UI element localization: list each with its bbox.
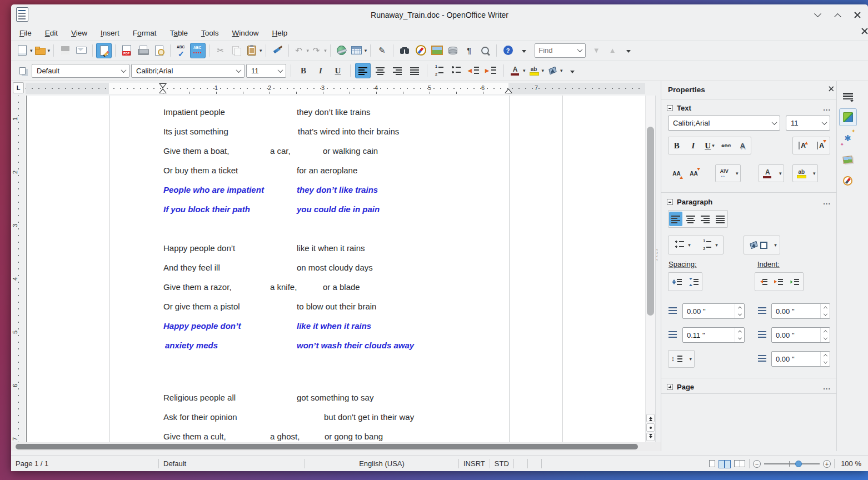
strikethrough-button[interactable]: ABC — [720, 138, 733, 153]
dropdown-arrow-icon[interactable]: ▾ — [48, 48, 51, 53]
zoom-slider-thumb[interactable] — [795, 461, 802, 467]
font-name-select[interactable]: Calibri;Arial — [131, 64, 245, 78]
decrease-indent-button[interactable] — [466, 63, 482, 78]
edit-mode-button[interactable] — [96, 43, 112, 58]
decrease-paragraph-spacing-button[interactable] — [687, 274, 700, 289]
increase-font-size-button[interactable]: A — [796, 138, 809, 153]
sidebar-tab-styles[interactable]: ✱ — [839, 129, 857, 147]
copy-button[interactable] — [229, 43, 245, 58]
zoom-out-button[interactable]: − — [753, 460, 761, 468]
increase-paragraph-spacing-button[interactable] — [670, 274, 684, 289]
sidebar-highlighting-button[interactable] — [795, 166, 808, 181]
dropdown-arrow-icon[interactable]: ▾ — [365, 48, 367, 53]
sidebar-numbered-list-button[interactable]: ▾ — [701, 238, 718, 252]
vertical-scrollbar[interactable] — [645, 96, 655, 442]
line-spacing-button[interactable] — [671, 352, 684, 366]
menu-tools[interactable]: Tools — [201, 29, 219, 37]
page-more-options[interactable]: ... — [823, 383, 831, 391]
data-sources-button[interactable] — [445, 43, 461, 58]
sidebar-tab-sidebar-menu[interactable] — [839, 87, 857, 105]
increase-indent-button[interactable] — [483, 63, 499, 78]
next-page-button[interactable] — [646, 433, 655, 441]
spin-down-button[interactable] — [821, 359, 830, 366]
menu-view[interactable]: View — [71, 29, 87, 37]
above-paragraph-spacing-input[interactable]: 0.00 " — [682, 303, 745, 319]
dropdown-arrow-icon[interactable]: ▾ — [307, 48, 310, 53]
align-center-button[interactable] — [372, 63, 388, 78]
zoom-in-button[interactable]: + — [823, 460, 831, 468]
draw-functions-button[interactable]: ✎ — [374, 43, 390, 58]
menu-format[interactable]: Format — [133, 29, 157, 37]
redo-button[interactable]: ↷▾ — [310, 43, 327, 58]
sidebar-align-center-button[interactable] — [684, 212, 697, 226]
undo-button[interactable]: ↶▾ — [292, 43, 310, 58]
dropdown-arrow-icon[interactable]: ▾ — [324, 48, 327, 53]
spin-down-button[interactable] — [735, 311, 744, 318]
hyperlink-button[interactable] — [334, 43, 350, 58]
styles-panel-button[interactable] — [14, 63, 30, 78]
zoom-slider[interactable] — [764, 463, 820, 464]
formatting-marks-button[interactable]: ¶ — [461, 43, 477, 58]
find-next-button[interactable]: ▼ — [588, 43, 604, 58]
sidebar-align-right-button[interactable] — [699, 212, 712, 226]
bullet-list-button[interactable] — [449, 63, 465, 78]
zoom-button[interactable] — [477, 43, 493, 58]
export-pdf-button[interactable] — [119, 43, 134, 58]
spin-up-button[interactable] — [735, 328, 744, 335]
underline-button[interactable]: U — [330, 63, 346, 78]
print-button[interactable] — [135, 43, 151, 58]
spin-down-button[interactable] — [735, 335, 744, 342]
find-replace-button[interactable] — [397, 43, 412, 58]
menu-file[interactable]: File — [19, 29, 32, 37]
document-modified-field[interactable] — [514, 456, 527, 471]
highlighting-button[interactable]: ▾ — [527, 63, 545, 78]
horizontal-scrollbar[interactable] — [11, 442, 661, 451]
book-view-icon[interactable] — [734, 460, 745, 467]
titlebar[interactable]: Runaway_Train.doc - OpenOffice Writer — [11, 4, 868, 26]
menu-edit[interactable]: Edit — [45, 29, 58, 37]
dropdown-arrow-icon[interactable]: ▾ — [30, 48, 33, 53]
numbered-list-button[interactable] — [432, 63, 447, 78]
sidebar-bold-button[interactable]: B — [670, 138, 684, 153]
vertical-scrollbar-thumb[interactable] — [647, 127, 654, 316]
auto-spellcheck-button[interactable] — [190, 43, 206, 58]
document-viewport[interactable]: Impatient peoplethey don’t like trainsIt… — [26, 96, 645, 442]
insert-mode-field[interactable]: INSRT — [459, 456, 490, 471]
page-number-field[interactable]: Page 1 / 1 — [11, 456, 158, 471]
align-left-button[interactable] — [355, 63, 371, 78]
menu-insert[interactable]: Insert — [101, 29, 119, 37]
sidebar-tab-gallery[interactable] — [839, 151, 857, 168]
text-more-options[interactable]: ... — [823, 104, 831, 112]
sidebar-bullet-list-button[interactable]: ▾ — [674, 238, 691, 252]
multi-page-view-icon[interactable] — [719, 460, 731, 467]
sidebar-align-justify-button[interactable] — [714, 212, 727, 226]
decrease-font-size-button[interactable]: A — [814, 138, 827, 153]
spin-down-button[interactable] — [821, 335, 830, 342]
collapse-icon[interactable] — [667, 199, 673, 205]
sidebar-italic-button[interactable]: I — [686, 138, 700, 153]
align-justify-button[interactable] — [407, 63, 422, 78]
toolbar-overflow-button[interactable] — [621, 43, 636, 58]
character-spacing-button[interactable]: A\V — [717, 166, 731, 181]
paragraph-more-options[interactable]: ... — [823, 198, 831, 206]
dropdown-arrow-icon[interactable]: ▾ — [560, 68, 563, 73]
hanging-indent-button[interactable] — [789, 274, 802, 289]
find-toolbar-input[interactable]: Find — [535, 43, 586, 58]
spin-up-button[interactable] — [821, 352, 830, 359]
collapse-icon[interactable] — [667, 105, 673, 111]
after-text-indent-input[interactable]: 0.00 " — [771, 327, 830, 343]
increase-indent-button[interactable] — [756, 274, 770, 289]
sidebar-font-name-select[interactable]: Calibri;Arial — [668, 116, 780, 131]
uppercase-button[interactable]: AA — [670, 166, 684, 181]
cut-button[interactable]: ✂ — [213, 43, 228, 58]
sidebar-tab-properties[interactable] — [839, 108, 857, 126]
italic-button[interactable]: I — [313, 63, 328, 78]
send-email-button[interactable] — [73, 43, 89, 58]
paragraph-style-select[interactable]: Default — [32, 64, 129, 78]
spin-up-button[interactable] — [821, 328, 830, 335]
navigation-button[interactable] — [646, 423, 655, 432]
sidebar-underline-button[interactable]: U▾ — [703, 138, 716, 153]
background-color-button[interactable]: ▾ — [546, 63, 563, 78]
shadow-button[interactable]: A — [736, 138, 749, 153]
sidebar-align-left-button[interactable] — [669, 212, 682, 226]
